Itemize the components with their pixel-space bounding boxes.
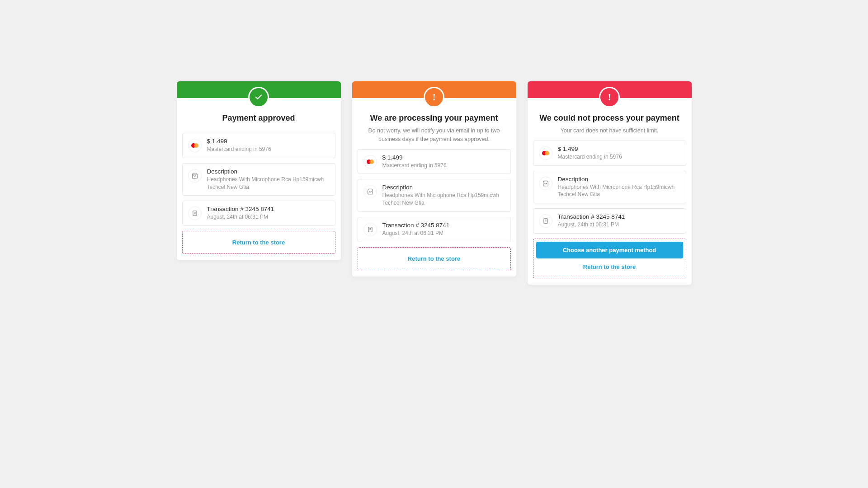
bag-icon xyxy=(539,177,552,190)
amount-text: $ 1.499 xyxy=(382,154,447,161)
amount-text: $ 1.499 xyxy=(207,138,271,145)
payment-amount-row: $ 1.499 Mastercard ending in 5976 xyxy=(533,141,686,166)
card-subtitle: Do not worry, we will notify you via ema… xyxy=(358,127,511,144)
description-label: Description xyxy=(207,168,330,175)
mastercard-icon xyxy=(188,139,202,152)
card-title: We are processing your payment xyxy=(358,113,511,123)
payment-amount-row: $ 1.499 Mastercard ending in 5976 xyxy=(358,149,511,174)
transaction-row: Transaction # 3245 8741 August, 24th at … xyxy=(533,208,686,234)
card-ending-text: Mastercard ending in 5976 xyxy=(382,162,447,169)
transaction-time: August, 24th at 06:31 PM xyxy=(382,230,450,237)
alert-icon: ! xyxy=(424,87,444,108)
description-row: Description Headphones With Microphone R… xyxy=(182,163,335,196)
return-to-store-button[interactable]: Return to the store xyxy=(185,234,332,251)
action-area: Return to the store xyxy=(182,231,335,254)
amount-text: $ 1.499 xyxy=(558,145,622,152)
card-body: We are processing your payment Do not wo… xyxy=(352,98,516,277)
receipt-icon xyxy=(539,214,552,228)
card-subtitle: Your card does not have sufficient limit… xyxy=(533,127,686,135)
alert-icon: ! xyxy=(599,87,620,108)
transaction-label: Transaction # 3245 8741 xyxy=(382,222,450,229)
card-title: We could not process your payment xyxy=(533,113,686,123)
card-ending-text: Mastercard ending in 5976 xyxy=(207,145,271,153)
bag-icon xyxy=(188,169,202,183)
description-text: Headphones With Microphone Rca Hp159micw… xyxy=(382,192,505,207)
card-ending-text: Mastercard ending in 5976 xyxy=(558,153,622,161)
mastercard-icon xyxy=(363,155,377,169)
payment-processing-card: ! We are processing your payment Do not … xyxy=(352,81,516,277)
choose-another-payment-button[interactable]: Choose another payment method xyxy=(536,242,683,258)
card-header: ! xyxy=(352,81,516,98)
payment-failed-card: ! We could not process your payment Your… xyxy=(528,81,692,285)
transaction-time: August, 24th at 06:31 PM xyxy=(558,221,625,229)
card-body: We could not process your payment Your c… xyxy=(528,98,692,285)
card-title: Payment approved xyxy=(182,113,335,123)
description-label: Description xyxy=(558,176,680,183)
bag-icon xyxy=(363,185,377,198)
return-to-store-button[interactable]: Return to the store xyxy=(536,258,683,275)
receipt-icon xyxy=(363,223,377,236)
mastercard-icon xyxy=(539,146,552,160)
transaction-time: August, 24th at 06:31 PM xyxy=(207,213,274,221)
description-row: Description Headphones With Microphone R… xyxy=(358,179,511,212)
transaction-row: Transaction # 3245 8741 August, 24th at … xyxy=(182,201,335,226)
card-header: ! xyxy=(528,81,692,98)
card-header xyxy=(177,81,341,98)
payment-amount-row: $ 1.499 Mastercard ending in 5976 xyxy=(182,133,335,158)
action-area: Return to the store xyxy=(358,247,511,270)
description-label: Description xyxy=(382,184,505,191)
check-icon xyxy=(248,87,269,108)
transaction-row: Transaction # 3245 8741 August, 24th at … xyxy=(358,217,511,242)
description-row: Description Headphones With Microphone R… xyxy=(533,171,686,204)
card-body: Payment approved $ 1.499 Mastercard endi… xyxy=(177,98,341,260)
transaction-label: Transaction # 3245 8741 xyxy=(558,213,625,220)
payment-approved-card: Payment approved $ 1.499 Mastercard endi… xyxy=(177,81,341,260)
transaction-label: Transaction # 3245 8741 xyxy=(207,206,274,212)
return-to-store-button[interactable]: Return to the store xyxy=(361,250,508,267)
action-area: Choose another payment method Return to … xyxy=(533,239,686,278)
receipt-icon xyxy=(188,206,202,220)
description-text: Headphones With Microphone Rca Hp159micw… xyxy=(207,176,330,191)
description-text: Headphones With Microphone Rca Hp159micw… xyxy=(558,183,680,199)
